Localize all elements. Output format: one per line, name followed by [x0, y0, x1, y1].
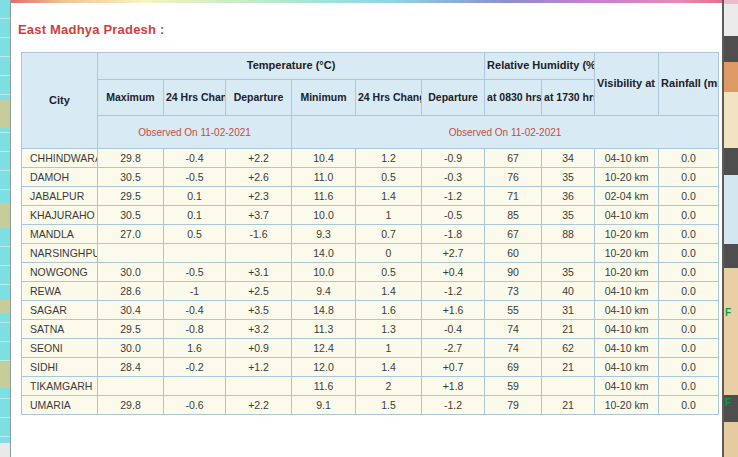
col-header-maximum: Maximum — [98, 80, 164, 116]
cell-max-change: -0.5 — [164, 168, 226, 187]
cell-max: 30.0 — [98, 339, 164, 358]
col-header-rainfall: Rainfall (mm) upto 0830 hrs IST — [659, 53, 719, 116]
cell-visibility: 04-10 km — [595, 320, 659, 339]
cell-max: 29.8 — [98, 396, 164, 415]
cell-visibility: 04-10 km — [595, 339, 659, 358]
cell-visibility: 04-10 km — [595, 282, 659, 301]
cell-min-dep: -1.2 — [422, 282, 485, 301]
cell-rh-1730: 34 — [542, 149, 595, 168]
cell-rh-0830: 69 — [485, 358, 542, 377]
cell-max-change: 0.1 — [164, 206, 226, 225]
sidebar-highlight-segment — [0, 100, 10, 128]
cell-visibility: 04-10 km — [595, 206, 659, 225]
cutoff-link-text[interactable]: F — [725, 398, 738, 408]
cell-rh-0830: 73 — [485, 282, 542, 301]
table-row: MANDLA27.00.5-1.69.30.7-1.8678810-20 km0… — [22, 225, 719, 244]
strip-segment — [724, 36, 738, 62]
cell-rainfall: 0.0 — [659, 168, 719, 187]
cell-min-change: 1 — [356, 206, 422, 225]
weather-table: City Temperature (°C) Relative Humidity … — [21, 52, 719, 415]
cell-max: 27.0 — [98, 225, 164, 244]
cell-visibility: 10-20 km — [595, 263, 659, 282]
cell-max-change: -0.2 — [164, 358, 226, 377]
cutoff-link-text[interactable]: F — [725, 308, 738, 318]
col-header-max-departure: Departure — [226, 80, 292, 116]
observed-on-max: Observed On 11-02-2021 — [98, 116, 292, 149]
cell-max-dep: +2.5 — [226, 282, 292, 301]
cell-city: CHHINDWARA — [22, 149, 98, 168]
cell-max-dep: +3.2 — [226, 320, 292, 339]
cell-rh-1730: 40 — [542, 282, 595, 301]
cell-visibility: 10-20 km — [595, 168, 659, 187]
cell-rh-0830: 74 — [485, 339, 542, 358]
cell-min-dep: -2.7 — [422, 339, 485, 358]
cell-visibility: 04-10 km — [595, 301, 659, 320]
cell-min-change: 1.4 — [356, 187, 422, 206]
cell-max-change: 0.5 — [164, 225, 226, 244]
cell-rh-1730: 21 — [542, 396, 595, 415]
cell-visibility: 10-20 km — [595, 225, 659, 244]
cell-max-change: -1 — [164, 282, 226, 301]
table-row: SATNA29.5-0.8+3.211.31.3-0.4742104-10 km… — [22, 320, 719, 339]
cell-min-dep: -0.3 — [422, 168, 485, 187]
cell-min-dep: +1.6 — [422, 301, 485, 320]
cell-max-dep: +2.3 — [226, 187, 292, 206]
cell-min-change: 0.7 — [356, 225, 422, 244]
strip-segment — [724, 422, 738, 457]
cell-rainfall: 0.0 — [659, 225, 719, 244]
cell-visibility: 04-10 km — [595, 377, 659, 396]
cell-max: 30.4 — [98, 301, 164, 320]
sidebar-bottom-fade — [0, 443, 10, 457]
col-header-min-departure: Departure — [422, 80, 485, 116]
cell-min-change: 1.4 — [356, 282, 422, 301]
cell-max-dep: +2.2 — [226, 149, 292, 168]
table-row: SEONI30.01.6+0.912.41-2.7746204-10 km0.0 — [22, 339, 719, 358]
observed-date-row: Observed On 11-02-2021 Observed On 11-02… — [22, 116, 719, 149]
cell-max-dep: +1.2 — [226, 358, 292, 377]
cell-city: MANDLA — [22, 225, 98, 244]
cell-rainfall: 0.0 — [659, 320, 719, 339]
table-row: DAMOH30.5-0.5+2.611.00.5-0.3763510-20 km… — [22, 168, 719, 187]
table-row: REWA28.6-1+2.59.41.4-1.2734004-10 km0.0 — [22, 282, 719, 301]
cell-min-change: 1.6 — [356, 301, 422, 320]
cell-min-dep: -0.4 — [422, 320, 485, 339]
cell-rainfall: 0.0 — [659, 263, 719, 282]
table-row: UMARIA29.8-0.6+2.29.11.5-1.2792110-20 km… — [22, 396, 719, 415]
cell-rainfall: 0.0 — [659, 206, 719, 225]
table-row: JABALPUR29.50.1+2.311.61.4-1.2713602-04 … — [22, 187, 719, 206]
cell-max-change: -0.4 — [164, 301, 226, 320]
cell-max-dep: +2.6 — [226, 168, 292, 187]
cell-rainfall: 0.0 — [659, 377, 719, 396]
cell-rh-0830: 60 — [485, 244, 542, 263]
cell-max-dep: +2.2 — [226, 396, 292, 415]
cell-max-change: -0.5 — [164, 263, 226, 282]
cell-min-change: 1.3 — [356, 320, 422, 339]
cell-rh-1730: 35 — [542, 263, 595, 282]
cell-rh-1730 — [542, 377, 595, 396]
cell-min: 11.3 — [292, 320, 356, 339]
cell-visibility: 04-10 km — [595, 149, 659, 168]
col-header-rh-1730: at 1730 hrs IST — [542, 80, 595, 116]
table-row: SAGAR30.4-0.4+3.514.81.6+1.6553104-10 km… — [22, 301, 719, 320]
cell-visibility: 04-10 km — [595, 358, 659, 377]
cell-max-change: 1.6 — [164, 339, 226, 358]
sidebar-highlight-segment — [0, 362, 10, 388]
header-group-row: City Temperature (°C) Relative Humidity … — [22, 53, 719, 80]
cell-min-dep: +0.4 — [422, 263, 485, 282]
cell-max-change: 0.1 — [164, 187, 226, 206]
cell-max-change: -0.6 — [164, 396, 226, 415]
col-group-temperature: Temperature (°C) — [98, 53, 485, 80]
strip-segment — [724, 268, 738, 395]
cell-city: NOWGONG — [22, 263, 98, 282]
cell-max: 28.6 — [98, 282, 164, 301]
cell-rh-0830: 85 — [485, 206, 542, 225]
table-row: NOWGONG30.0-0.5+3.110.00.5+0.4903510-20 … — [22, 263, 719, 282]
cell-rh-1730: 31 — [542, 301, 595, 320]
cell-max: 30.0 — [98, 263, 164, 282]
cell-max — [98, 377, 164, 396]
cell-max-change — [164, 244, 226, 263]
cell-max-change: -0.4 — [164, 149, 226, 168]
table-row: SIDHI28.4-0.2+1.212.01.4+0.7692104-10 km… — [22, 358, 719, 377]
col-header-min-24hr-change: 24 Hrs Change — [356, 80, 422, 116]
cell-city: UMARIA — [22, 396, 98, 415]
